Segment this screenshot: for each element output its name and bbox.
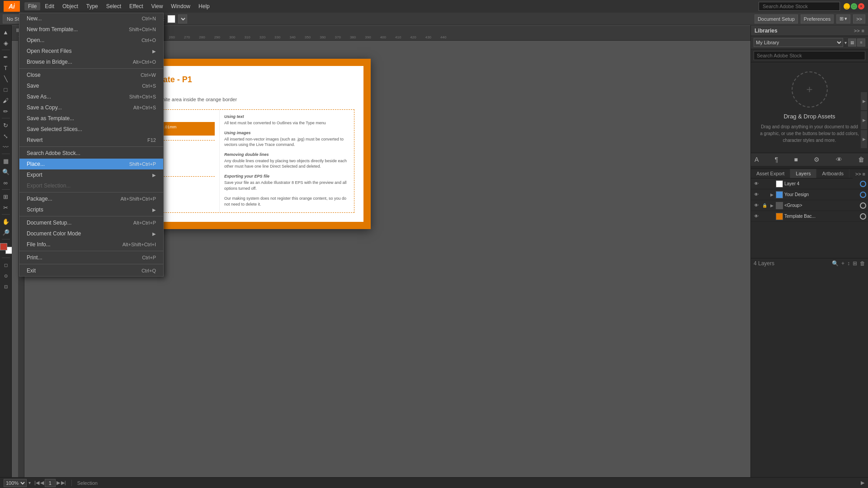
libraries-expand-btn[interactable]: >>: [854, 28, 860, 33]
type-tool[interactable]: T: [1, 63, 11, 73]
panel-toggle[interactable]: >>: [853, 14, 865, 23]
menu-save-copy[interactable]: Save a Copy... Alt+Ctrl+S: [19, 102, 163, 113]
tab-asset-export[interactable]: Asset Export: [751, 169, 790, 178]
draw-inside-mode[interactable]: ⊙: [1, 271, 11, 281]
collapse-btn-1[interactable]: ▶: [861, 92, 867, 110]
document-setup-button[interactable]: Document Setup: [755, 14, 798, 23]
extra-controls[interactable]: ⊞ ▾: [836, 14, 850, 23]
menu-browse-bridge[interactable]: Browse in Bridge... Alt+Ctrl+O: [19, 56, 163, 67]
zoom-tool[interactable]: 🔎: [1, 227, 11, 237]
menu-window[interactable]: Window: [167, 2, 194, 10]
menu-package[interactable]: Package... Alt+Shift+Ctrl+P: [19, 193, 163, 204]
menu-scripts[interactable]: Scripts ▶: [19, 204, 163, 215]
lib-add-color-btn[interactable]: ■: [794, 156, 798, 163]
selection-tool[interactable]: ▲: [1, 27, 11, 37]
grid-view-btn[interactable]: ▦: [848, 38, 856, 47]
menu-save-as[interactable]: Save As... Shift+Ctrl+S: [19, 91, 163, 102]
collapse-btn-3[interactable]: ▶: [861, 130, 867, 148]
dropdown-arrow[interactable]: ▾: [844, 40, 847, 45]
menu-effect[interactable]: Effect: [126, 2, 146, 10]
tab-layers[interactable]: Layers: [790, 169, 816, 178]
layer-row-templatebac[interactable]: 👁 ▶ Template Bac...: [751, 211, 868, 222]
artboards-mode[interactable]: ⊡: [1, 282, 11, 291]
layers-arrange-btn[interactable]: ↕: [847, 260, 850, 267]
nav-last-btn[interactable]: ▶|: [61, 480, 66, 486]
nav-next-btn[interactable]: ▶: [57, 480, 60, 486]
layer-template-eye[interactable]: 👁: [753, 213, 760, 220]
layer-group-expand[interactable]: ▶: [769, 203, 774, 208]
menu-file-info[interactable]: File Info... Alt+Shift+Ctrl+I: [19, 239, 163, 250]
menu-export[interactable]: Export ▶: [19, 169, 163, 180]
menu-type[interactable]: Type: [83, 2, 102, 10]
minimize-button[interactable]: _: [844, 3, 850, 9]
status-right-btn[interactable]: ▶: [861, 480, 864, 486]
close-button[interactable]: ✕: [858, 3, 864, 9]
artboard-input[interactable]: [45, 479, 56, 487]
eyedropper-tool[interactable]: 🔍: [1, 167, 11, 177]
layer-group-eye[interactable]: 👁: [753, 202, 760, 209]
menu-close[interactable]: Close Ctrl+W: [19, 70, 163, 80]
menu-place[interactable]: Place... Shift+Ctrl+P: [19, 159, 163, 169]
layer-template-expand[interactable]: ▶: [769, 214, 774, 219]
direct-selection-tool[interactable]: ◈: [1, 38, 11, 48]
layer-row-group[interactable]: 👁 🔒 ▶ <Group>: [751, 200, 868, 211]
list-view-btn[interactable]: ≡: [857, 38, 865, 47]
pen-tool[interactable]: ✒: [1, 52, 11, 62]
layer-group-lock[interactable]: 🔒: [761, 202, 768, 209]
lib-add-char-btn[interactable]: ¶: [775, 156, 778, 163]
layer-yourdesign-target[interactable]: [860, 192, 866, 198]
menu-help[interactable]: Help: [195, 2, 213, 10]
layers-add-btn[interactable]: +: [841, 260, 844, 267]
gradient-tool[interactable]: ▦: [1, 156, 11, 166]
layers-search-btn[interactable]: 🔍: [832, 260, 839, 267]
layers-collect-btn[interactable]: ⊞: [853, 260, 857, 267]
style-select[interactable]: [178, 14, 187, 23]
menu-revert[interactable]: Revert F12: [19, 135, 163, 145]
layers-expand-btn[interactable]: >>: [855, 171, 861, 177]
menu-open[interactable]: Open... Ctrl+O: [19, 35, 163, 46]
menu-search-stock[interactable]: Search Adobe Stock...: [19, 148, 163, 159]
menu-exit[interactable]: Exit Ctrl+Q: [19, 265, 163, 276]
layer-template-target[interactable]: [860, 213, 866, 220]
layer-4-eye[interactable]: 👁: [753, 180, 760, 188]
line-tool[interactable]: ╲: [1, 74, 11, 84]
preferences-button[interactable]: Preferences: [801, 14, 834, 23]
rotate-tool[interactable]: ↻: [1, 120, 11, 130]
layer-yourdesign-eye[interactable]: 👁: [753, 191, 760, 198]
warp-tool[interactable]: 〰: [1, 142, 11, 152]
layer-4-target[interactable]: [860, 181, 866, 187]
layer-group-target[interactable]: [860, 202, 866, 209]
menu-print[interactable]: Print... Ctrl+P: [19, 252, 163, 263]
foreground-color[interactable]: [0, 243, 7, 250]
layer-row-yourdesign[interactable]: 👁 ▶ Your Design: [751, 189, 868, 200]
lib-add-text-btn[interactable]: A: [755, 156, 759, 163]
library-select[interactable]: My Library: [754, 38, 843, 47]
menu-save-template[interactable]: Save as Template...: [19, 113, 163, 124]
scale-tool[interactable]: ⤡: [1, 131, 11, 141]
color-swatches[interactable]: [0, 243, 13, 254]
zoom-select[interactable]: 100%: [4, 479, 27, 487]
title-search-input[interactable]: [759, 2, 840, 11]
menu-edit[interactable]: Edit: [41, 2, 58, 10]
menu-save-slices[interactable]: Save Selected Slices...: [19, 124, 163, 135]
menu-view[interactable]: View: [148, 2, 167, 10]
hand-tool[interactable]: ✋: [1, 216, 11, 226]
layers-delete-btn[interactable]: 🗑: [860, 260, 865, 267]
normal-mode[interactable]: ◻: [1, 260, 11, 270]
style-color-box[interactable]: [167, 15, 175, 23]
layer-row-4[interactable]: 👁 ▶ Layer 4: [751, 178, 868, 189]
artboard-tool[interactable]: ⊞: [1, 192, 11, 202]
tab-artboards[interactable]: Artboards: [816, 169, 849, 178]
menu-file[interactable]: File: [24, 2, 40, 10]
menu-new[interactable]: New... Ctrl+N: [19, 13, 163, 24]
lib-eye-btn[interactable]: 👁: [836, 156, 842, 163]
library-search-input[interactable]: [754, 51, 865, 60]
pencil-tool[interactable]: ✏: [1, 106, 11, 116]
shape-tool[interactable]: □: [1, 84, 11, 94]
menu-open-recent[interactable]: Open Recent Files ▶: [19, 46, 163, 56]
menu-document-color-mode[interactable]: Document Color Mode ▶: [19, 228, 163, 239]
lib-settings-btn[interactable]: ⚙: [814, 156, 820, 163]
nav-prev-btn[interactable]: ◀: [40, 480, 44, 486]
slice-tool[interactable]: ✂: [1, 202, 11, 212]
menu-document-setup[interactable]: Document Setup... Alt+Ctrl+P: [19, 217, 163, 228]
